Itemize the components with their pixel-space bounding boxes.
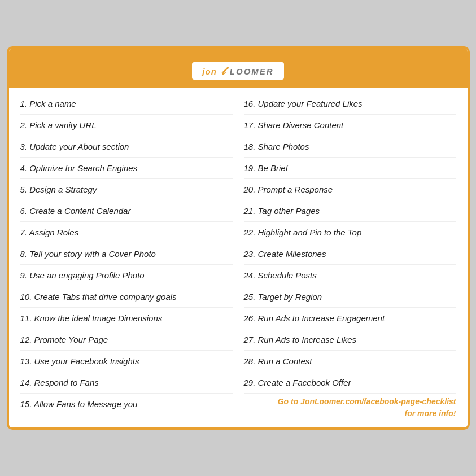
list-item-left-4: 4. Optimize for Search Engines: [20, 158, 233, 179]
logo-text: jon 𝓉 LOOMER: [202, 65, 273, 77]
list-item-right-19: 19. Be Brief: [244, 158, 456, 179]
list-item-left-13: 13. Use your Facebook Insights: [20, 351, 233, 372]
list-item-right-26: 26. Run Ads to Increase Engagement: [244, 308, 456, 329]
list-item-left-6: 6. Create a Content Calendar: [20, 200, 233, 222]
list-item-left-8: 8. Tell your story with a Cover Photo: [20, 243, 233, 265]
list-item-left-7: 7. Assign Roles: [20, 222, 233, 243]
list-item-left-10: 10. Create Tabs that drive company goals: [20, 286, 233, 308]
cta-section: Go to JonLoomer.com/facebook-page-checkl…: [244, 394, 456, 420]
list-item-left-2: 2. Pick a vanity URL: [20, 115, 233, 136]
list-item-left-12: 12. Promote Your Page: [20, 329, 233, 351]
list-item-left-11: 11. Know the ideal Image Dimensions: [20, 308, 233, 329]
list-item-left-1: 1. Pick a name: [20, 93, 233, 115]
list-item-right-25: 25. Target by Region: [244, 286, 456, 308]
list-item-left-5: 5. Design a Strategy: [20, 179, 233, 200]
left-column: 1. Pick a name2. Pick a vanity URL3. Upd…: [20, 93, 233, 420]
list-item-right-23: 23. Create Milestones: [244, 243, 456, 265]
columns: 1. Pick a name2. Pick a vanity URL3. Upd…: [20, 93, 456, 420]
header: jon 𝓉 LOOMER: [9, 49, 468, 88]
list-item-right-20: 20. Prompt a Response: [244, 179, 456, 200]
list-item-right-29: 29. Create a Facebook Offer: [244, 372, 456, 394]
list-item-right-16: 16. Update your Featured Likes: [244, 93, 456, 115]
list-item-right-18: 18. Share Photos: [244, 136, 456, 158]
list-item-right-17: 17. Share Diverse Content: [244, 115, 456, 136]
list-item-left-3: 3. Update your About section: [20, 136, 233, 158]
content-area: 1. Pick a name2. Pick a vanity URL3. Upd…: [9, 88, 468, 427]
list-item-left-14: 14. Respond to Fans: [20, 372, 233, 394]
logo-badge: jon 𝓉 LOOMER: [191, 61, 285, 81]
cta-text[interactable]: Go to JonLoomer.com/facebook-page-checkl…: [244, 396, 456, 420]
list-item-right-24: 24. Schedule Posts: [244, 265, 456, 286]
right-column: 16. Update your Featured Likes17. Share …: [244, 93, 456, 420]
list-item-left-15: 15. Allow Fans to Message you: [20, 394, 233, 414]
list-item-right-27: 27. Run Ads to Increase Likes: [244, 329, 456, 351]
main-card: jon 𝓉 LOOMER 1. Pick a name2. Pick a van…: [7, 46, 470, 430]
list-item-right-22: 22. Highlight and Pin to the Top: [244, 222, 456, 243]
list-item-right-21: 21. Tag other Pages: [244, 200, 456, 222]
list-item-left-9: 9. Use an engaging Profile Photo: [20, 265, 233, 286]
list-item-right-28: 28. Run a Contest: [244, 351, 456, 372]
